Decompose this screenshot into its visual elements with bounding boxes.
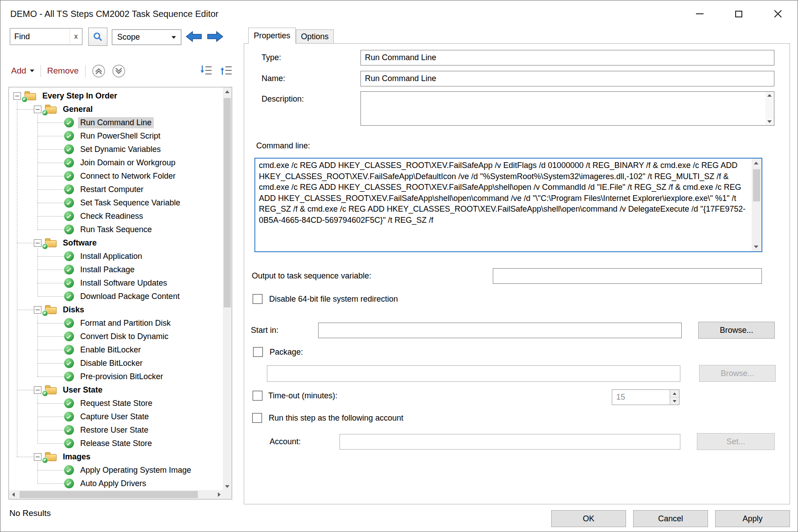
description-field[interactable] [360, 91, 774, 126]
tree-step-item[interactable]: Restore User State [9, 423, 224, 437]
cancel-button[interactable]: Cancel [633, 510, 708, 527]
tree-item-label: Restore User State [78, 425, 151, 436]
tree-step-item[interactable]: Disable BitLocker [9, 356, 224, 370]
type-field[interactable] [360, 50, 774, 65]
scroll-down-icon[interactable] [223, 482, 232, 491]
tree-step-item[interactable]: Run PowerShell Script [9, 129, 224, 143]
check-badge-icon [42, 390, 48, 397]
tree-collapse-icon[interactable] [34, 106, 41, 113]
description-scrollbar[interactable] [765, 92, 774, 125]
tree-step-item[interactable]: Set Task Sequence Variable [9, 196, 224, 209]
vertical-scroll-thumb[interactable] [224, 98, 231, 307]
tree-vertical-scrollbar[interactable] [223, 87, 232, 491]
start-in-browse-button[interactable]: Browse... [698, 322, 775, 339]
tree-step-item[interactable]: Run Command Line [9, 116, 224, 129]
scroll-down-icon[interactable] [752, 242, 761, 251]
minimize-button[interactable] [680, 0, 719, 27]
scroll-up-icon[interactable] [223, 87, 232, 96]
tab-options[interactable]: Options [296, 29, 334, 44]
window-title: DEMO - All TS Steps CM2002 Task Sequence… [10, 9, 218, 19]
tree-collapse-icon[interactable] [34, 239, 41, 247]
tree-step-item[interactable]: Capture User State [9, 410, 224, 423]
package-checkbox[interactable] [253, 347, 263, 357]
move-step-up-button[interactable] [92, 64, 106, 78]
tree-group-item[interactable]: Disks [9, 303, 224, 316]
tree-collapse-icon[interactable] [13, 92, 21, 100]
scroll-right-icon[interactable] [215, 490, 224, 499]
start-in-input[interactable] [318, 323, 682, 338]
spinner-up-button[interactable] [670, 390, 679, 397]
description-textarea[interactable] [361, 92, 765, 125]
tree-step-item[interactable]: Download Package Content [9, 290, 224, 303]
horizontal-scroll-thumb[interactable] [20, 491, 198, 498]
tree-step-item[interactable]: Run Task Sequence [9, 223, 224, 236]
tree-step-item[interactable]: Restart Computer [9, 183, 224, 196]
tree-step-item[interactable]: Install Software Updates [9, 276, 224, 290]
properties-panel: Type: Name: Description: Command line: c… [244, 43, 790, 504]
tree-step-item[interactable]: Install Package [9, 263, 224, 276]
command-line-scrollbar[interactable] [752, 159, 761, 251]
tree-collapse-icon[interactable] [34, 453, 41, 461]
tree-step-item[interactable]: Install Application [9, 250, 224, 263]
command-line-field[interactable]: cmd.exe /c REG ADD HKEY_CLASSES_ROOT\XEV… [254, 158, 762, 252]
tree-collapse-icon[interactable] [34, 306, 41, 314]
maximize-icon [735, 11, 742, 17]
tree-group-item[interactable]: General [9, 102, 224, 116]
tree-step-item[interactable]: Set Dynamic Variables [9, 143, 224, 156]
tree-step-item[interactable]: Connect to Network Folder [9, 169, 224, 183]
vertical-scroll-thumb[interactable] [753, 169, 760, 201]
tree-step-item[interactable]: Pre-provision BitLocker [9, 370, 224, 383]
tab-properties[interactable]: Properties [248, 28, 296, 44]
find-clear-button[interactable]: x [70, 29, 82, 45]
ok-button[interactable]: OK [551, 510, 626, 527]
scroll-up-icon[interactable] [752, 159, 761, 168]
timeout-value[interactable]: 15 [612, 390, 670, 405]
timeout-checkbox[interactable] [253, 391, 262, 401]
navigate-forward-button[interactable] [206, 29, 224, 44]
tree-root-item[interactable]: Every Step In Order [9, 89, 224, 102]
tree-step-item[interactable]: Convert Disk to Dynamic [9, 330, 224, 343]
tree-step-item[interactable]: Enable BitLocker [9, 343, 224, 356]
account-input [340, 434, 680, 450]
scroll-up-icon[interactable] [767, 94, 772, 97]
scroll-left-icon[interactable] [9, 490, 18, 499]
find-input[interactable] [10, 32, 70, 41]
run-as-account-checkbox[interactable] [252, 413, 262, 423]
tree-group-item[interactable]: Images [9, 450, 224, 463]
tree-step-item[interactable]: Auto Apply Drivers [9, 477, 224, 490]
tree-step-item[interactable]: Apply Operating System Image [9, 463, 224, 477]
tree-step-item[interactable]: Release State Store [9, 437, 224, 450]
tree-step-item[interactable]: Check Readiness [9, 209, 224, 223]
tree-group-item[interactable]: Software [9, 236, 224, 250]
search-button[interactable] [88, 28, 107, 46]
move-step-down-button[interactable] [112, 64, 126, 78]
scroll-down-icon[interactable] [767, 120, 772, 123]
check-badge-icon [42, 457, 48, 463]
tree-step-item[interactable]: Join Domain or Workgroup [9, 156, 224, 169]
navigate-back-button[interactable] [185, 29, 203, 44]
tree-item-label: Disable BitLocker [78, 358, 145, 369]
expand-all-button[interactable] [200, 64, 212, 78]
add-button[interactable]: Add [11, 66, 34, 76]
tree-toolbar: Add Remove [11, 62, 232, 79]
command-line-textarea[interactable]: cmd.exe /c REG ADD HKEY_CLASSES_ROOT\XEV… [255, 159, 752, 251]
tree-collapse-icon[interactable] [34, 386, 41, 394]
title-bar: DEMO - All TS Steps CM2002 Task Sequence… [0, 0, 798, 27]
close-button[interactable] [758, 0, 798, 27]
tree-step-item[interactable]: Request State Store [9, 397, 224, 410]
spinner-down-button[interactable] [670, 397, 679, 405]
output-variable-input[interactable] [493, 268, 762, 284]
name-field[interactable] [360, 71, 774, 86]
tree-step-item[interactable]: Format and Partition Disk [9, 316, 224, 330]
scope-dropdown[interactable]: Scope [112, 29, 181, 45]
apply-button[interactable]: Apply [715, 510, 790, 527]
tree-group-item[interactable]: User State [9, 383, 224, 397]
collapse-all-button[interactable] [220, 64, 232, 78]
maximize-button[interactable] [719, 0, 758, 27]
package-browse-button: Browse... [699, 365, 776, 382]
tree-horizontal-scrollbar[interactable] [9, 490, 224, 499]
disable-redirection-checkbox[interactable] [253, 294, 262, 304]
remove-button[interactable]: Remove [47, 66, 79, 76]
tree-item-label: Install Application [78, 251, 144, 262]
step-check-icon [64, 425, 74, 435]
